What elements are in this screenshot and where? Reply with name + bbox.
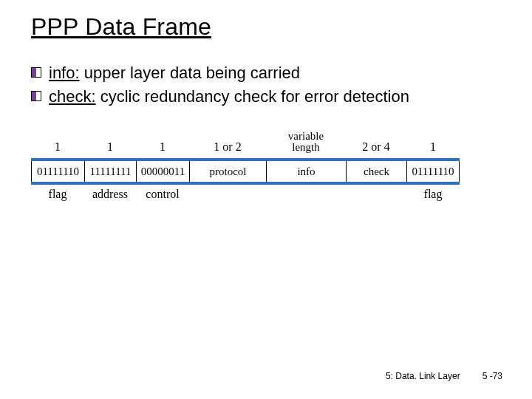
slide-title: PPP Data Frame bbox=[31, 13, 504, 41]
frame-diagram: 1 1 1 1 or 2 variable length 2 or 4 1 01… bbox=[31, 129, 504, 217]
field-label: flag bbox=[31, 185, 84, 201]
field-check: check bbox=[346, 161, 406, 182]
box-row: 01111110 11111111 00000011 protocol info… bbox=[31, 158, 460, 185]
size-label: 1 bbox=[31, 129, 84, 157]
size-label: 1 or 2 bbox=[189, 129, 266, 157]
field-address: 11111111 bbox=[84, 161, 136, 182]
size-label-line: length bbox=[292, 141, 320, 153]
label-row: flag address control flag bbox=[31, 185, 460, 201]
size-label: 1 bbox=[136, 129, 189, 157]
bullet-rest: upper layer data being carried bbox=[80, 64, 300, 82]
bullet-text: check: cyclic redundancy check for error… bbox=[49, 86, 409, 107]
bullet-list: info: upper layer data being carried che… bbox=[31, 63, 504, 106]
page-number: 5 -73 bbox=[482, 371, 502, 381]
field-info: info bbox=[266, 161, 346, 182]
bullet-term: check: bbox=[49, 87, 96, 106]
field-label: flag bbox=[406, 185, 460, 201]
field-protocol: protocol bbox=[189, 161, 266, 182]
field-label bbox=[266, 185, 346, 201]
size-label: 1 bbox=[84, 129, 136, 157]
field-label bbox=[346, 185, 406, 201]
size-label: 1 bbox=[406, 129, 460, 157]
bullet-term: info: bbox=[49, 64, 80, 82]
size-label: variable length bbox=[266, 129, 346, 157]
field-flag: 01111110 bbox=[406, 161, 460, 182]
size-label: 2 or 4 bbox=[346, 129, 406, 157]
field-label bbox=[189, 185, 266, 201]
size-row: 1 1 1 1 or 2 variable length 2 or 4 1 bbox=[31, 129, 460, 157]
bullet-item: info: upper layer data being carried bbox=[31, 63, 504, 83]
bullet-item: check: cyclic redundancy check for error… bbox=[31, 86, 504, 107]
bullet-icon bbox=[31, 91, 41, 101]
bullet-icon bbox=[31, 67, 41, 78]
chapter-label: 5: Data. Link Layer bbox=[386, 371, 460, 381]
field-control: 00000011 bbox=[136, 161, 189, 182]
size-label-line: variable bbox=[288, 130, 324, 142]
field-label: control bbox=[136, 185, 189, 201]
bullet-text: info: upper layer data being carried bbox=[49, 63, 300, 83]
field-label: address bbox=[84, 185, 136, 201]
bullet-rest: cyclic redundancy check for error detect… bbox=[96, 87, 409, 106]
field-flag: 01111110 bbox=[31, 161, 84, 182]
slide-footer: 5: Data. Link Layer 5 -73 bbox=[386, 371, 502, 381]
